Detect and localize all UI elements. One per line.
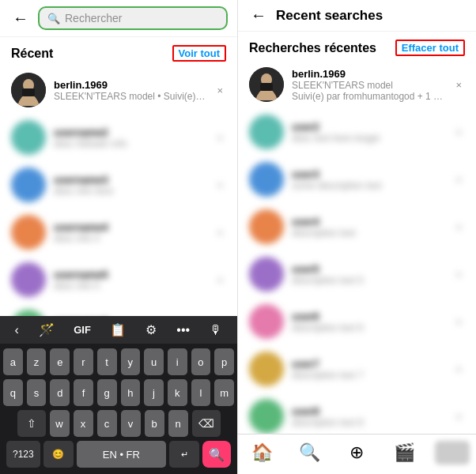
kb-key-h[interactable]: h: [121, 379, 141, 406]
kb-key-n[interactable]: n: [168, 410, 188, 437]
nav-reels-icon[interactable]: 🎬: [387, 442, 422, 463]
right-panel: ← Recent searches Recherches récentes Ef…: [238, 0, 476, 474]
right-back-button[interactable]: ←: [247, 6, 270, 24]
right-page-title: Recent searches: [276, 8, 467, 24]
kb-key-l[interactable]: l: [191, 379, 211, 406]
voir-tout-button[interactable]: Voir tout: [172, 45, 226, 62]
effacer-tout-button[interactable]: Effacer tout: [395, 40, 465, 56]
list-item: username4 desc info 4 ×: [0, 209, 237, 256]
kb-gif-button[interactable]: GIF: [70, 322, 95, 337]
avatar: [11, 262, 46, 297]
kb-key-d[interactable]: d: [50, 379, 70, 406]
kb-key-f[interactable]: f: [74, 379, 93, 406]
kb-key-c[interactable]: c: [97, 410, 117, 437]
kb-key-b[interactable]: b: [145, 410, 164, 437]
kb-space-key[interactable]: EN • FR: [77, 441, 166, 468]
search-box[interactable]: 🔍 Rechercher: [38, 6, 228, 30]
kb-back-icon[interactable]: ‹: [10, 322, 24, 339]
kb-key-t[interactable]: t: [97, 348, 117, 375]
list-item: username6 desc info 6 ×: [0, 303, 237, 316]
avatar: [249, 399, 284, 434]
kb-row-1: a z e r t y u i o p: [3, 348, 234, 375]
list-item: user7 description text 7 ×: [238, 345, 476, 393]
nav-home-icon[interactable]: 🏠: [244, 442, 279, 463]
kb-key-k[interactable]: k: [168, 379, 187, 406]
kb-numeric-key[interactable]: ?123: [6, 441, 40, 468]
keyboard: ‹ 🪄 GIF 📋 ⚙ ••• 🎙 a z e r t y u i o p: [0, 316, 237, 474]
user-info: username5 desc info 5: [54, 269, 206, 292]
avatar: [249, 352, 284, 386]
kb-row-2: q s d f g h j k l m: [3, 379, 234, 406]
kb-key-i[interactable]: i: [168, 348, 187, 375]
avatar: [249, 162, 284, 197]
kb-row-bottom: ?123 😊 EN • FR ↵ 🔍: [3, 441, 234, 471]
kb-key-r[interactable]: r: [74, 348, 93, 375]
right-berlin-user-info: berlin.1969 SLEEK'N'TEARS model Suivi(e)…: [292, 68, 444, 102]
left-results-list: berlin.1969 SLEEK'N'TEARS model • Suivi(…: [0, 66, 237, 316]
kb-clipboard-icon[interactable]: 📋: [105, 321, 130, 339]
list-item: user4 description text ×: [238, 203, 476, 250]
left-top-bar: ← 🔍 Rechercher: [0, 0, 237, 37]
back-button[interactable]: ←: [9, 9, 32, 28]
nav-profile-icon[interactable]: [435, 441, 470, 465]
svg-rect-2: [22, 88, 35, 96]
avatar: [11, 167, 46, 202]
kb-key-p[interactable]: p: [214, 348, 234, 375]
kb-enter-key[interactable]: ↵: [169, 441, 199, 468]
close-berlin-button[interactable]: ×: [213, 81, 226, 100]
nav-add-icon[interactable]: ⊕: [339, 442, 374, 463]
kb-mic-icon[interactable]: 🎙: [205, 322, 227, 339]
list-item: username5 desc info 5 ×: [0, 256, 237, 303]
right-close-berlin-button[interactable]: ×: [452, 76, 465, 94]
kb-emoji-key[interactable]: 😊: [43, 441, 74, 468]
kb-key-g[interactable]: g: [97, 379, 117, 406]
right-section-header: Recherches récentes Effacer tout: [238, 32, 476, 61]
kb-key-z[interactable]: z: [27, 348, 47, 375]
svg-rect-5: [260, 83, 273, 91]
kb-key-y[interactable]: y: [121, 348, 141, 375]
kb-key-u[interactable]: u: [144, 348, 164, 375]
right-section-title: Recherches récentes: [249, 41, 376, 55]
kb-key-a[interactable]: a: [3, 348, 23, 375]
recent-section-title: Récent: [11, 47, 53, 61]
right-top-bar: ← Recent searches: [238, 0, 476, 32]
kb-key-j[interactable]: j: [144, 379, 164, 406]
avatar: [11, 310, 46, 316]
nav-search-icon[interactable]: 🔍: [292, 442, 327, 463]
kb-key-w[interactable]: w: [50, 410, 70, 437]
kb-settings-icon[interactable]: ⚙: [141, 321, 161, 339]
kb-delete-key[interactable]: ⌫: [192, 410, 221, 437]
kb-key-s[interactable]: s: [27, 379, 47, 406]
avatar: [249, 209, 284, 244]
kb-key-e[interactable]: e: [50, 348, 70, 375]
kb-more-icon[interactable]: •••: [172, 322, 195, 339]
user-info: username2 desc follower info: [54, 126, 206, 149]
kb-key-x[interactable]: x: [74, 410, 93, 437]
kb-row-3: ⇧ w x c v b n ⌫: [3, 410, 234, 437]
kb-key-v[interactable]: v: [121, 410, 141, 437]
right-berlin-desc2: Suivi(e) par fromhumantogod + 1 a...: [292, 91, 444, 102]
avatar: [11, 215, 46, 250]
kb-key-q[interactable]: q: [3, 379, 23, 406]
avatar: [249, 115, 284, 149]
right-results-list: berlin.1969 SLEEK'N'TEARS model Suivi(e)…: [238, 61, 476, 434]
list-item: user3 some description text ×: [238, 156, 476, 203]
search-icon: 🔍: [47, 13, 60, 24]
bottom-nav: 🏠 🔍 ⊕ 🎬: [238, 434, 476, 474]
kb-shift-key[interactable]: ⇧: [17, 410, 46, 437]
recent-section-header: Récent Voir tout: [0, 37, 237, 66]
result-item-berlin[interactable]: berlin.1969 SLEEK'N'TEARS model • Suivi(…: [0, 66, 237, 114]
berlin-username: berlin.1969: [54, 79, 206, 91]
kb-key-o[interactable]: o: [191, 348, 211, 375]
list-item: user8 description text 8 ×: [238, 393, 476, 434]
left-panel: ← 🔍 Rechercher Récent Voir tout berlin.1…: [0, 0, 238, 474]
kb-key-m[interactable]: m: [214, 379, 234, 406]
list-item: user2 desc text here longer ×: [238, 108, 476, 156]
berlin-desc: SLEEK'N'TEARS model • Suivi(e) par fro..…: [54, 91, 206, 102]
kb-sticker-icon[interactable]: 🪄: [34, 321, 59, 339]
kb-search-button[interactable]: 🔍: [202, 441, 231, 468]
berlin-user-info: berlin.1969 SLEEK'N'TEARS model • Suivi(…: [54, 79, 206, 102]
list-item: user6 description text 6 ×: [238, 298, 476, 345]
right-result-item-berlin[interactable]: berlin.1969 SLEEK'N'TEARS model Suivi(e)…: [238, 61, 476, 108]
user-info: username3 desc info here: [54, 174, 206, 197]
